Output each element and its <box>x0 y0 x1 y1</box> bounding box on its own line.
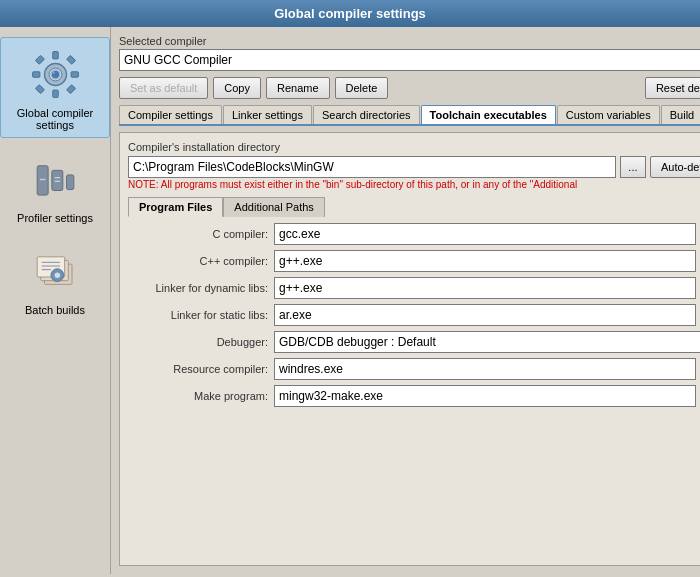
svg-rect-7 <box>66 55 75 64</box>
form-row-resource-compiler: Resource compiler: ... <box>128 358 700 380</box>
c-compiler-label: C compiler: <box>128 228 268 240</box>
selected-compiler-label: Selected compiler <box>119 35 700 47</box>
sidebar-item-global-compiler-label: Global compiler settings <box>7 107 103 131</box>
delete-button[interactable]: Delete <box>335 77 389 99</box>
make-program-label: Make program: <box>128 390 268 402</box>
form-row-cpp-compiler: C++ compiler: ... <box>128 250 700 272</box>
svg-rect-13 <box>37 165 48 194</box>
svg-rect-3 <box>52 90 58 97</box>
svg-point-26 <box>54 272 59 278</box>
resource-compiler-label: Resource compiler: <box>128 363 268 375</box>
linker-dynamic-input[interactable] <box>274 277 696 299</box>
main-panel: Compiler's installation directory ... Au… <box>119 132 700 566</box>
linker-static-label: Linker for static libs: <box>128 309 268 321</box>
svg-rect-6 <box>35 55 44 64</box>
form-row-c-compiler: C compiler: ... <box>128 223 700 245</box>
sidebar-item-batch[interactable]: Batch builds <box>0 235 110 322</box>
tab-compiler-settings[interactable]: Compiler settings <box>119 105 222 124</box>
install-dir-row: ... Auto-detect <box>128 156 700 178</box>
tab-linker-settings[interactable]: Linker settings <box>223 105 312 124</box>
batch-icon <box>25 241 85 301</box>
set-default-button[interactable]: Set as default <box>119 77 208 99</box>
cpp-compiler-input[interactable] <box>274 250 696 272</box>
rename-button[interactable]: Rename <box>266 77 330 99</box>
compiler-select[interactable]: GNU GCC Compiler <box>119 49 700 71</box>
form-row-linker-dynamic: Linker for dynamic libs: ... <box>128 277 700 299</box>
install-dir-input[interactable] <box>128 156 616 178</box>
sidebar-item-profiler-label: Profiler settings <box>17 212 93 224</box>
sidebar-item-profiler[interactable]: Profiler settings <box>0 143 110 230</box>
resource-compiler-input[interactable] <box>274 358 696 380</box>
subtab-program-files[interactable]: Program Files <box>128 197 223 217</box>
global-compiler-icon <box>25 44 85 104</box>
install-dir-section: Compiler's installation directory ... Au… <box>128 141 700 191</box>
tab-search-dirs[interactable]: Search directories <box>313 105 420 124</box>
svg-rect-8 <box>35 84 44 93</box>
compiler-row: GNU GCC Compiler <box>119 49 700 71</box>
copy-button[interactable]: Copy <box>213 77 261 99</box>
svg-rect-14 <box>51 170 62 190</box>
auto-detect-button[interactable]: Auto-detect <box>650 156 700 178</box>
debugger-select[interactable]: GDB/CDB debugger : Default <box>274 331 700 353</box>
tab-custom-vars[interactable]: Custom variables <box>557 105 660 124</box>
cpp-compiler-label: C++ compiler: <box>128 255 268 267</box>
linker-static-input[interactable] <box>274 304 696 326</box>
linker-dynamic-label: Linker for dynamic libs: <box>128 282 268 294</box>
subtab-additional-paths[interactable]: Additional Paths <box>223 197 325 217</box>
svg-point-12 <box>52 71 55 74</box>
svg-rect-15 <box>66 174 73 189</box>
svg-rect-9 <box>66 84 75 93</box>
svg-rect-2 <box>52 51 58 58</box>
sidebar-item-batch-label: Batch builds <box>25 304 85 316</box>
profiler-icon <box>25 149 85 209</box>
form-row-linker-static: Linker for static libs: ... <box>128 304 700 326</box>
debugger-label: Debugger: <box>128 336 268 348</box>
svg-rect-4 <box>32 71 39 77</box>
main-content: Selected compiler GNU GCC Compiler Set a… <box>111 27 700 574</box>
install-dir-browse-button[interactable]: ... <box>620 156 646 178</box>
tab-build[interactable]: Build <box>661 105 700 124</box>
window-title: Global compiler settings <box>274 6 426 21</box>
tabs-row: Compiler settings Linker settings Search… <box>119 105 700 126</box>
sidebar-item-global-compiler[interactable]: Global compiler settings <box>0 37 110 138</box>
form-row-debugger: Debugger: GDB/CDB debugger : Default <box>128 331 700 353</box>
form-row-make-program: Make program: ... <box>128 385 700 407</box>
reset-defaults-button[interactable]: Reset defaults <box>645 77 700 99</box>
c-compiler-input[interactable] <box>274 223 696 245</box>
sidebar: Global compiler settings Profiler settin… <box>0 27 111 574</box>
make-program-input[interactable] <box>274 385 696 407</box>
tab-toolchain[interactable]: Toolchain executables <box>421 105 556 124</box>
subtabs-row: Program Files Additional Paths <box>128 197 700 217</box>
action-buttons-row: Set as default Copy Rename Delete Reset … <box>119 77 700 99</box>
install-dir-title: Compiler's installation directory <box>128 141 700 153</box>
svg-rect-5 <box>71 71 78 77</box>
note-text: NOTE: All programs must exist either in … <box>128 178 700 191</box>
form-area: C compiler: ... C++ compiler: ... Linker… <box>128 223 700 407</box>
